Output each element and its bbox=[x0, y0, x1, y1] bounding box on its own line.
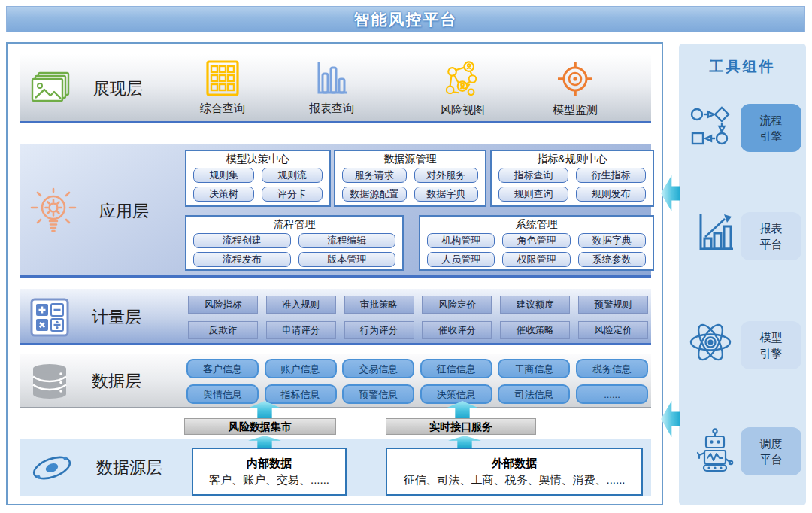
data-module: 工商信息 bbox=[498, 359, 570, 378]
sidebar-item-label: 流程引擎 bbox=[759, 112, 784, 144]
layer-data-head: 数据层 bbox=[30, 354, 188, 408]
data-module: 预警信息 bbox=[342, 384, 414, 404]
app-module: 流程发布 bbox=[193, 252, 291, 267]
app-module: 决策树 bbox=[193, 187, 254, 202]
external-data-desc: 征信、司法、工商、税务、舆情、消费、...... bbox=[387, 473, 641, 487]
measure-module: 审批策略 bbox=[344, 296, 414, 314]
app-module: 人员管理 bbox=[427, 252, 495, 267]
sidebar-item-label: 报表平台 bbox=[759, 220, 784, 252]
measurement-row-1: 风险指标 准入规则 审批策略 风险定价 建议额度 预警规则 bbox=[188, 296, 648, 314]
risk-data-mart-bar: 风险数据集市 bbox=[184, 418, 336, 435]
data-row-1: 客户信息 账户信息 交易信息 征信信息 工商信息 税务信息 bbox=[186, 359, 648, 378]
data-module: 账户信息 bbox=[265, 359, 337, 378]
app-module: 流程创建 bbox=[193, 233, 291, 248]
group-title: 流程管理 bbox=[186, 217, 402, 232]
app-module: 评分卡 bbox=[262, 187, 323, 202]
sidebar-item-report-platform: 报表平台 bbox=[741, 212, 801, 260]
app-module: 系统参数 bbox=[578, 252, 646, 267]
layer-application-head: 应用层 bbox=[30, 144, 188, 278]
group-items: 指标查询 衍生指标 规则查询 规则发布 bbox=[492, 166, 653, 205]
robot-icon bbox=[687, 427, 740, 472]
sidebar-item-label: 调度平台 bbox=[759, 436, 784, 467]
galaxy-icon bbox=[30, 448, 74, 488]
app-module: 角色管理 bbox=[502, 233, 570, 248]
group-items: 机构管理 角色管理 数据字典 人员管理 权限管理 系统参数 bbox=[420, 232, 653, 271]
app-module: 数据字典 bbox=[578, 233, 646, 248]
sidebar-item-scheduling-platform: 调度平台 bbox=[741, 427, 801, 475]
report-chart-icon bbox=[689, 212, 741, 254]
risk-network-icon bbox=[444, 71, 481, 84]
group-items: 流程创建 流程编辑 流程发布 版本管理 bbox=[186, 232, 402, 271]
layer-label-measurement: 计量层 bbox=[92, 306, 141, 329]
app-module: 规则集 bbox=[193, 168, 254, 183]
calculator-icon bbox=[30, 298, 69, 337]
measure-module: 申请评分 bbox=[266, 321, 336, 339]
page-title: 智能风控平台 bbox=[6, 6, 805, 32]
left-arrow bbox=[661, 401, 680, 437]
presentation-item-label: 报表查询 bbox=[290, 102, 373, 116]
group-system-management: 系统管理 机构管理 角色管理 数据字典 人员管理 权限管理 系统参数 bbox=[419, 215, 654, 271]
atom-icon bbox=[684, 319, 737, 366]
data-module: 交易信息 bbox=[342, 359, 414, 378]
layer-datasource-head: 数据源层 bbox=[30, 439, 188, 496]
measure-module: 准入规则 bbox=[266, 296, 336, 314]
app-module: 对外服务 bbox=[414, 168, 479, 183]
external-data-box: 外部数据 征信、司法、工商、税务、舆情、消费、...... bbox=[386, 448, 643, 496]
layer-label-application: 应用层 bbox=[99, 200, 149, 223]
data-module: 决策信息 bbox=[420, 384, 492, 404]
sidebar-item-process-engine: 流程引擎 bbox=[741, 104, 801, 152]
flowchart-icon bbox=[686, 105, 738, 147]
group-model-decision-center: 模型决策中心 规则集 规则流 决策树 评分卡 bbox=[185, 150, 331, 207]
data-module: 指标信息 bbox=[265, 384, 337, 404]
app-module: 数据字典 bbox=[414, 187, 479, 202]
data-row-2: 舆情信息 指标信息 预警信息 决策信息 司法信息 ...... bbox=[186, 384, 648, 404]
data-module: 客户信息 bbox=[186, 359, 259, 378]
presentation-item-report-query: 报表查询 bbox=[290, 60, 373, 116]
data-module: 司法信息 bbox=[498, 384, 570, 404]
group-items: 服务请求 对外服务 数据源配置 数据字典 bbox=[335, 166, 485, 205]
measure-module: 预警规则 bbox=[578, 296, 648, 314]
app-module: 规则流 bbox=[262, 168, 323, 183]
presentation-item-label: 模型监测 bbox=[534, 103, 617, 117]
app-module: 规则发布 bbox=[576, 187, 646, 202]
app-module: 版本管理 bbox=[298, 252, 396, 267]
grid-icon bbox=[206, 71, 239, 83]
internal-data-title: 内部数据 bbox=[193, 457, 345, 471]
data-module: ...... bbox=[576, 384, 648, 404]
measure-module: 反欺诈 bbox=[188, 321, 258, 339]
app-module: 流程编辑 bbox=[298, 233, 396, 248]
measure-module: 催收策略 bbox=[500, 321, 570, 339]
sidebar-title: 工具组件 bbox=[679, 57, 806, 77]
group-title: 数据源管理 bbox=[335, 152, 485, 166]
data-module: 征信信息 bbox=[420, 359, 492, 378]
presentation-item-label: 综合查询 bbox=[181, 102, 264, 116]
database-icon bbox=[30, 363, 69, 400]
app-module: 机构管理 bbox=[427, 233, 495, 248]
presentation-item-model-monitor: 模型监测 bbox=[534, 60, 617, 117]
left-arrow bbox=[661, 175, 680, 211]
measure-module: 风险定价 bbox=[422, 296, 492, 314]
data-module: 税务信息 bbox=[576, 359, 648, 378]
layer-label-datasource: 数据源层 bbox=[96, 457, 162, 479]
measure-module: 行为评分 bbox=[344, 321, 414, 339]
layer-presentation-head: 展现层 bbox=[30, 54, 188, 123]
intelligent-risk-control-platform-diagram: 智能风控平台 展现层 综合查询 报表查询 风险视图 模型监测 bbox=[0, 0, 812, 513]
external-data-title: 外部数据 bbox=[387, 457, 641, 471]
presentation-item-label: 风险视图 bbox=[421, 103, 504, 117]
app-module: 规则查询 bbox=[498, 187, 568, 202]
lightbulb-gear-icon bbox=[30, 187, 77, 235]
app-module: 权限管理 bbox=[502, 252, 570, 267]
bar-chart-icon bbox=[314, 71, 349, 83]
pictures-icon bbox=[30, 71, 71, 106]
realtime-api-bar: 实时接口服务 bbox=[386, 418, 536, 435]
group-title: 模型决策中心 bbox=[186, 152, 329, 166]
group-title: 指标&规则中心 bbox=[492, 152, 653, 166]
group-datasource-management: 数据源管理 服务请求 对外服务 数据源配置 数据字典 bbox=[334, 150, 486, 207]
data-module: 舆情信息 bbox=[186, 384, 259, 404]
presentation-item-risk-view: 风险视图 bbox=[421, 60, 504, 117]
sidebar-item-model-engine: 模型引擎 bbox=[741, 321, 801, 369]
measure-module: 风险定价 bbox=[578, 321, 648, 339]
sidebar-item-label: 模型引擎 bbox=[759, 329, 784, 361]
layer-measurement-head: 计量层 bbox=[30, 289, 188, 345]
layer-label-data: 数据层 bbox=[92, 370, 141, 393]
